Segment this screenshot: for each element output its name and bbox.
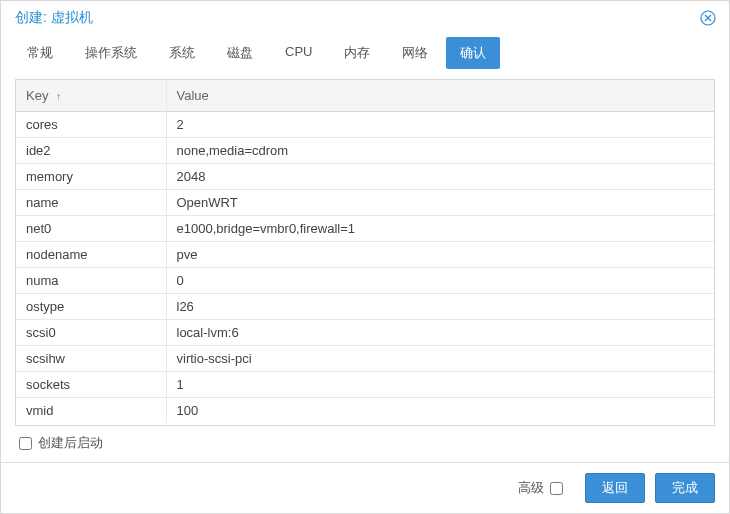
summary-grid: Key ↑ Value cores2ide2none,media=cdromme… <box>15 79 715 426</box>
table-row[interactable]: ide2none,media=cdrom <box>16 138 714 164</box>
column-header-value[interactable]: Value <box>166 80 714 112</box>
close-icon[interactable] <box>699 9 717 27</box>
cell-key: vmid <box>16 398 166 424</box>
table-row[interactable]: nameOpenWRT <box>16 190 714 216</box>
cell-key: numa <box>16 268 166 294</box>
cell-value: 2 <box>166 112 714 138</box>
start-after-checkbox[interactable] <box>19 437 32 450</box>
cell-value: none,media=cdrom <box>166 138 714 164</box>
cell-value: virtio-scsi-pci <box>166 346 714 372</box>
table-row[interactable]: cores2 <box>16 112 714 138</box>
table-row[interactable]: scsihwvirtio-scsi-pci <box>16 346 714 372</box>
cell-key: scsi0 <box>16 320 166 346</box>
advanced-toggle: 高级 <box>518 479 563 497</box>
wizard-tabs: 常规 操作系统 系统 磁盘 CPU 内存 网络 确认 <box>1 33 729 69</box>
tab-cpu[interactable]: CPU <box>271 37 326 69</box>
tab-network[interactable]: 网络 <box>388 37 442 69</box>
cell-value: e1000,bridge=vmbr0,firewall=1 <box>166 216 714 242</box>
advanced-checkbox[interactable] <box>550 482 563 495</box>
table-row[interactable]: ostypel26 <box>16 294 714 320</box>
cell-key: net0 <box>16 216 166 242</box>
cell-key: memory <box>16 164 166 190</box>
table-row[interactable]: net0e1000,bridge=vmbr0,firewall=1 <box>16 216 714 242</box>
cell-key: sockets <box>16 372 166 398</box>
tab-label: CPU <box>285 44 312 59</box>
button-label: 返回 <box>602 480 628 495</box>
cell-key: ide2 <box>16 138 166 164</box>
tab-label: 操作系统 <box>85 45 137 60</box>
tab-system[interactable]: 系统 <box>155 37 209 69</box>
cell-value: pve <box>166 242 714 268</box>
tab-general[interactable]: 常规 <box>13 37 67 69</box>
dialog-title: 创建: 虚拟机 <box>15 9 93 27</box>
cell-value: 0 <box>166 268 714 294</box>
create-vm-dialog: 创建: 虚拟机 常规 操作系统 系统 磁盘 CPU 内存 网络 确认 Key <box>0 0 730 514</box>
start-after-row: 创建后启动 <box>15 426 715 454</box>
back-button[interactable]: 返回 <box>585 473 645 503</box>
table-row[interactable]: nodenamepve <box>16 242 714 268</box>
tab-confirm[interactable]: 确认 <box>446 37 500 69</box>
content: Key ↑ Value cores2ide2none,media=cdromme… <box>1 69 729 462</box>
table-row[interactable]: scsi0local-lvm:6 <box>16 320 714 346</box>
cell-value: OpenWRT <box>166 190 714 216</box>
cell-value: 100 <box>166 398 714 424</box>
tab-label: 磁盘 <box>227 45 253 60</box>
advanced-label[interactable]: 高级 <box>518 479 544 497</box>
column-header-key[interactable]: Key ↑ <box>16 80 166 112</box>
dialog-footer: 高级 返回 完成 <box>1 462 729 513</box>
column-header-label: Value <box>177 88 209 103</box>
cell-key: ostype <box>16 294 166 320</box>
tab-label: 网络 <box>402 45 428 60</box>
cell-key: nodename <box>16 242 166 268</box>
tab-label: 确认 <box>460 45 486 60</box>
sort-asc-icon: ↑ <box>56 90 62 102</box>
finish-button[interactable]: 完成 <box>655 473 715 503</box>
button-label: 完成 <box>672 480 698 495</box>
tab-label: 常规 <box>27 45 53 60</box>
cell-value: l26 <box>166 294 714 320</box>
table-row[interactable]: vmid100 <box>16 398 714 424</box>
tab-disk[interactable]: 磁盘 <box>213 37 267 69</box>
table-row[interactable]: sockets1 <box>16 372 714 398</box>
cell-value: local-lvm:6 <box>166 320 714 346</box>
table-row[interactable]: memory2048 <box>16 164 714 190</box>
cell-value: 1 <box>166 372 714 398</box>
cell-key: name <box>16 190 166 216</box>
cell-value: 2048 <box>166 164 714 190</box>
cell-key: cores <box>16 112 166 138</box>
tab-label: 系统 <box>169 45 195 60</box>
tab-label: 内存 <box>344 45 370 60</box>
cell-key: scsihw <box>16 346 166 372</box>
table-row[interactable]: numa0 <box>16 268 714 294</box>
titlebar: 创建: 虚拟机 <box>1 1 729 33</box>
tab-os[interactable]: 操作系统 <box>71 37 151 69</box>
tab-memory[interactable]: 内存 <box>330 37 384 69</box>
start-after-label[interactable]: 创建后启动 <box>38 434 103 452</box>
column-header-label: Key <box>26 88 48 103</box>
